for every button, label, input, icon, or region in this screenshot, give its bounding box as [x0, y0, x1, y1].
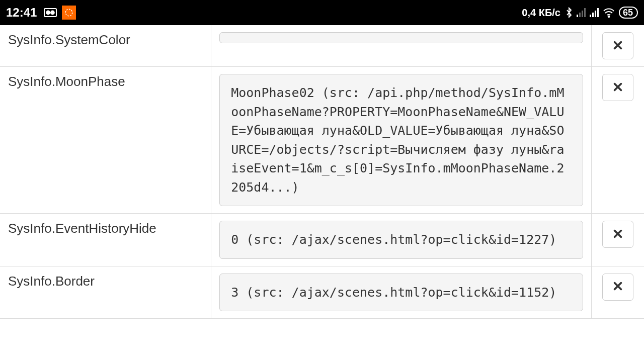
app-icon: [62, 6, 76, 20]
table-row: SysInfo.MoonPhaseMoonPhase02 (src: /api.…: [0, 67, 644, 214]
action-cell: [591, 67, 644, 214]
status-bar: 12:41 0,4 КБ/с 65: [0, 0, 644, 25]
status-right: 0,4 КБ/с 65: [522, 7, 638, 19]
property-label: SysInfo.EventHistoryHide: [0, 214, 211, 266]
bluetooth-icon: [566, 7, 573, 18]
table-row: SysInfo.EventHistoryHide0 (src: /ajax/sc…: [0, 214, 644, 266]
action-cell: [591, 266, 644, 319]
svg-point-0: [46, 11, 51, 15]
property-value-cell: 3 (src: /ajax/scenes.html?op=click&id=11…: [211, 266, 591, 319]
property-label: SysInfo.MoonPhase: [0, 67, 211, 214]
svg-point-1: [50, 11, 55, 15]
status-time: 12:41: [6, 6, 37, 20]
delete-button[interactable]: [602, 221, 633, 248]
property-value-cell: 0 (src: /ajax/scenes.html?op=click&id=12…: [211, 214, 591, 266]
close-icon: [612, 228, 623, 241]
close-icon: [612, 40, 623, 52]
close-icon: [612, 81, 623, 94]
property-value[interactable]: MoonPhase02 (src: /api.php/method/SysInf…: [219, 74, 583, 206]
delete-button[interactable]: [602, 274, 633, 301]
network-speed: 0,4 КБ/с: [522, 7, 560, 19]
table-row: SysInfo.Border3 (src: /ajax/scenes.html?…: [0, 266, 644, 319]
property-value-cell: MoonPhase02 (src: /api.php/method/SysInf…: [211, 67, 591, 214]
battery-indicator: 65: [619, 7, 638, 19]
property-label: SysInfo.Border: [0, 266, 211, 319]
action-cell: [591, 25, 644, 67]
delete-button[interactable]: [602, 32, 633, 59]
signal-sim2-icon: [590, 8, 599, 17]
svg-point-2: [66, 9, 73, 16]
property-value[interactable]: 3 (src: /ajax/scenes.html?op=click&id=11…: [219, 274, 583, 312]
properties-table: SysInfo.SystemColorSysInfo.MoonPhaseMoon…: [0, 25, 644, 319]
delete-button[interactable]: [602, 74, 633, 101]
table-row: SysInfo.SystemColor: [0, 25, 644, 67]
battery-level: 65: [623, 8, 633, 18]
status-left: 12:41: [6, 6, 76, 20]
record-icon: [44, 8, 57, 17]
content-viewport: SysInfo.SystemColorSysInfo.MoonPhaseMoon…: [0, 25, 644, 319]
close-icon: [612, 281, 623, 293]
wifi-icon: [603, 8, 615, 18]
svg-point-3: [608, 16, 610, 18]
property-value-cell: [211, 25, 591, 67]
signal-sim1-icon: [577, 8, 586, 17]
property-value[interactable]: 0 (src: /ajax/scenes.html?op=click&id=12…: [219, 221, 583, 259]
action-cell: [591, 214, 644, 266]
property-value[interactable]: [219, 32, 583, 43]
property-label: SysInfo.SystemColor: [0, 25, 211, 67]
